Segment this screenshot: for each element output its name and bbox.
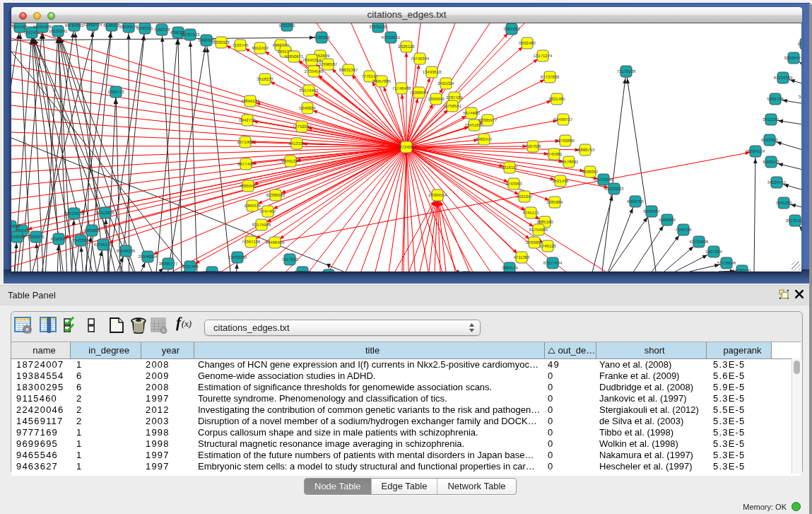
svg-text:65787133: 65787133 — [181, 33, 200, 37]
svg-text:19384554: 19384554 — [428, 193, 447, 198]
svg-text:5430391: 5430391 — [136, 26, 153, 31]
svg-text:1969379: 1969379 — [244, 204, 261, 209]
svg-text:4060883: 4060883 — [83, 228, 100, 233]
svg-text:62386922: 62386922 — [266, 193, 286, 198]
svg-text:51850671: 51850671 — [285, 54, 304, 59]
svg-text:5240824: 5240824 — [299, 106, 316, 111]
svg-text:67737826: 67737826 — [541, 75, 560, 80]
svg-text:7889579: 7889579 — [501, 266, 518, 271]
svg-text:10122691: 10122691 — [49, 29, 68, 34]
svg-text:4738299: 4738299 — [313, 35, 330, 40]
svg-text:3158692: 3158692 — [11, 235, 25, 240]
svg-text:76945314: 76945314 — [302, 58, 322, 63]
svg-text:13171274: 13171274 — [534, 54, 553, 59]
svg-text:3285884: 3285884 — [546, 200, 563, 205]
svg-text:13433200: 13433200 — [228, 255, 247, 260]
svg-text:98084124: 98084124 — [746, 149, 765, 154]
svg-text:9413186: 9413186 — [288, 141, 305, 146]
svg-text:1745961: 1745961 — [546, 152, 563, 157]
svg-text:80112805: 80112805 — [96, 211, 115, 216]
svg-text:1824493: 1824493 — [797, 42, 801, 47]
svg-text:1671902: 1671902 — [237, 140, 254, 145]
svg-text:69784801: 69784801 — [65, 23, 84, 28]
svg-text:34624751: 34624751 — [767, 180, 787, 185]
svg-text:62702895: 62702895 — [556, 139, 575, 144]
svg-text:1746120: 1746120 — [539, 244, 556, 249]
svg-text:81754965: 81754965 — [529, 228, 548, 233]
svg-text:87277434: 87277434 — [543, 261, 563, 266]
svg-text:2421024: 2421024 — [437, 81, 454, 86]
svg-text:(x): (x) — [182, 318, 192, 329]
svg-text:1399049: 1399049 — [428, 97, 445, 102]
svg-text:6658760: 6658760 — [627, 199, 644, 204]
svg-text:8677496: 8677496 — [237, 162, 254, 167]
svg-text:7543303: 7543303 — [72, 238, 89, 243]
svg-text:4316117: 4316117 — [502, 165, 519, 170]
svg-text:6690967: 6690967 — [643, 209, 660, 214]
svg-text:9421047: 9421047 — [516, 194, 533, 199]
svg-text:2260256: 2260256 — [28, 235, 45, 240]
svg-text:87234309: 87234309 — [774, 76, 793, 81]
svg-text:6193990: 6193990 — [761, 138, 778, 143]
svg-text:02606474: 02606474 — [784, 56, 801, 61]
svg-text:7917693: 7917693 — [281, 257, 298, 262]
svg-text:76320163: 76320163 — [203, 270, 222, 271]
svg-text:54145868: 54145868 — [11, 224, 20, 229]
svg-text:28809570: 28809570 — [119, 25, 139, 30]
svg-text:8148932: 8148932 — [103, 23, 120, 28]
svg-text:04499727: 04499727 — [554, 117, 573, 122]
svg-text:34874016: 34874016 — [799, 95, 801, 100]
svg-text:67010651: 67010651 — [382, 35, 401, 40]
svg-text:85574443: 85574443 — [300, 88, 319, 93]
svg-text:61595148: 61595148 — [94, 243, 113, 247]
svg-text:15451680: 15451680 — [465, 123, 484, 128]
svg-text:0932480: 0932480 — [519, 41, 536, 46]
svg-text:7193745: 7193745 — [232, 43, 249, 48]
svg-text:73178108: 73178108 — [617, 69, 636, 74]
svg-text:2328120: 2328120 — [398, 45, 415, 49]
svg-text:4711382: 4711382 — [514, 255, 531, 260]
svg-text:60385977: 60385977 — [478, 118, 498, 123]
svg-text:81223623: 81223623 — [605, 187, 624, 192]
svg-text:4745171: 4745171 — [522, 211, 539, 216]
svg-text:34714345: 34714345 — [594, 177, 613, 182]
svg-text:34957885: 34957885 — [372, 79, 392, 84]
svg-text:9521456: 9521456 — [552, 179, 569, 184]
svg-text:0842710: 0842710 — [239, 118, 256, 123]
svg-text:49894134: 49894134 — [241, 99, 260, 104]
svg-text:9821465: 9821465 — [548, 97, 565, 102]
svg-text:62729806: 62729806 — [690, 240, 709, 245]
svg-text:1326773: 1326773 — [107, 90, 124, 95]
svg-text:29946804: 29946804 — [139, 255, 158, 259]
svg-text:2787429: 2787429 — [446, 95, 463, 100]
svg-text:6998543: 6998543 — [763, 160, 779, 165]
svg-text:80831367: 80831367 — [339, 68, 358, 73]
svg-text:00524278: 00524278 — [65, 211, 84, 216]
svg-text:71756551: 71756551 — [443, 104, 462, 109]
svg-text:74367136: 74367136 — [242, 240, 261, 245]
svg-text:1031051: 1031051 — [278, 23, 295, 28]
svg-text:79740344: 79740344 — [411, 57, 430, 62]
svg-text:96965328: 96965328 — [33, 25, 52, 30]
svg-text:27354549: 27354549 — [305, 69, 324, 74]
svg-text:25135427: 25135427 — [786, 218, 801, 223]
svg-text:5466889: 5466889 — [659, 218, 676, 223]
svg-text:86578091: 86578091 — [560, 160, 579, 165]
svg-text:94406409: 94406409 — [266, 240, 285, 245]
svg-text:9743953: 9743953 — [505, 182, 522, 187]
svg-text:3387262: 3387262 — [503, 27, 520, 32]
svg-text:1627204: 1627204 — [705, 250, 722, 255]
svg-text:3747407: 3747407 — [259, 209, 276, 214]
svg-text:71906594: 71906594 — [410, 90, 429, 95]
svg-text:36995777: 36995777 — [159, 262, 178, 267]
svg-text:17080531: 17080531 — [733, 269, 752, 271]
svg-text:18724007: 18724007 — [397, 145, 416, 150]
svg-text:99091334: 99091334 — [281, 159, 300, 164]
svg-text:0330923: 0330923 — [213, 40, 230, 45]
svg-text:53755646: 53755646 — [717, 261, 736, 266]
svg-text:0812191: 0812191 — [763, 117, 779, 122]
svg-text:37631165: 37631165 — [369, 25, 388, 30]
svg-text:7991183: 7991183 — [776, 201, 793, 206]
svg-text:71746488: 71746488 — [392, 86, 411, 91]
svg-text:5009788: 5009788 — [767, 97, 784, 102]
